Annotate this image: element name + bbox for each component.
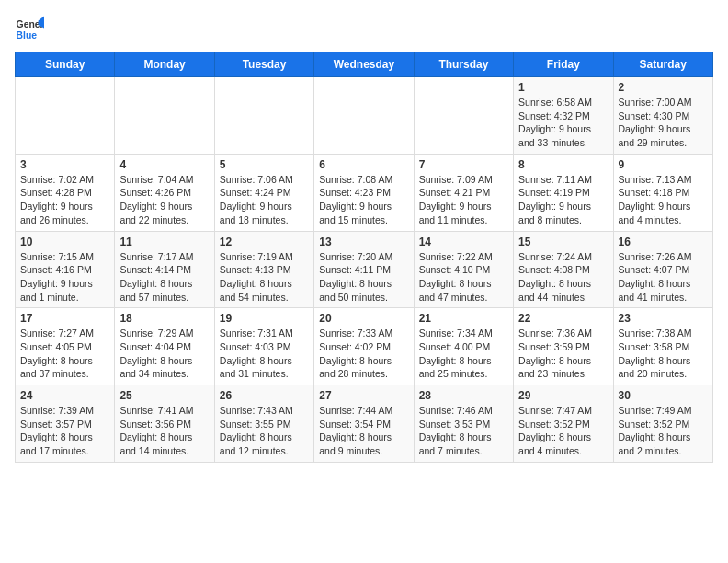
calendar-cell: 16Sunrise: 7:26 AMSunset: 4:07 PMDayligh… — [613, 231, 712, 308]
day-number: 26 — [220, 389, 309, 402]
day-info: Sunrise: 7:17 AMSunset: 4:14 PMDaylight:… — [119, 250, 209, 304]
day-info: Sunrise: 6:58 AMSunset: 4:32 PMDaylight:… — [518, 96, 608, 150]
calendar-week-row: 3Sunrise: 7:02 AMSunset: 4:28 PMDaylight… — [16, 154, 713, 231]
day-number: 28 — [419, 389, 508, 402]
calendar-cell: 24Sunrise: 7:39 AMSunset: 3:57 PMDayligh… — [16, 385, 115, 463]
day-info: Sunrise: 7:15 AMSunset: 4:16 PMDaylight:… — [20, 250, 109, 304]
calendar-cell: 28Sunrise: 7:46 AMSunset: 3:53 PMDayligh… — [414, 385, 513, 463]
logo-icon: General Blue — [15, 15, 44, 44]
svg-text:Blue: Blue — [17, 30, 38, 40]
calendar-cell: 23Sunrise: 7:38 AMSunset: 3:58 PMDayligh… — [613, 308, 712, 385]
day-info: Sunrise: 7:09 AMSunset: 4:21 PMDaylight:… — [419, 173, 508, 227]
calendar-cell: 13Sunrise: 7:20 AMSunset: 4:11 PMDayligh… — [314, 231, 414, 308]
day-number: 4 — [119, 158, 209, 171]
day-number: 16 — [619, 236, 708, 248]
day-number: 19 — [220, 312, 309, 325]
day-number: 20 — [319, 312, 408, 325]
calendar-table: SundayMondayTuesdayWednesdayThursdayFrid… — [15, 52, 713, 463]
day-number: 30 — [619, 389, 708, 402]
day-info: Sunrise: 7:22 AMSunset: 4:10 PMDaylight:… — [419, 250, 508, 304]
header: General Blue — [15, 15, 713, 44]
calendar-cell: 11Sunrise: 7:17 AMSunset: 4:14 PMDayligh… — [115, 231, 214, 308]
day-info: Sunrise: 7:49 AMSunset: 3:52 PMDaylight:… — [619, 404, 708, 458]
calendar-cell: 15Sunrise: 7:24 AMSunset: 4:08 PMDayligh… — [514, 231, 613, 308]
day-info: Sunrise: 7:36 AMSunset: 3:59 PMDaylight:… — [518, 327, 608, 381]
calendar-cell: 6Sunrise: 7:08 AMSunset: 4:23 PMDaylight… — [314, 154, 414, 231]
day-number: 21 — [419, 312, 508, 325]
calendar-cell — [214, 77, 313, 155]
day-info: Sunrise: 7:33 AMSunset: 4:02 PMDaylight:… — [319, 327, 408, 381]
day-number: 14 — [419, 236, 508, 248]
calendar-cell: 19Sunrise: 7:31 AMSunset: 4:03 PMDayligh… — [214, 308, 313, 385]
calendar-cell: 22Sunrise: 7:36 AMSunset: 3:59 PMDayligh… — [514, 308, 613, 385]
day-info: Sunrise: 7:44 AMSunset: 3:54 PMDaylight:… — [319, 404, 408, 458]
calendar-week-row: 10Sunrise: 7:15 AMSunset: 4:16 PMDayligh… — [16, 231, 713, 308]
calendar-cell: 10Sunrise: 7:15 AMSunset: 4:16 PMDayligh… — [16, 231, 115, 308]
calendar-cell: 3Sunrise: 7:02 AMSunset: 4:28 PMDaylight… — [16, 154, 115, 231]
calendar-week-row: 24Sunrise: 7:39 AMSunset: 3:57 PMDayligh… — [16, 385, 713, 463]
day-number: 1 — [518, 81, 608, 94]
day-number: 18 — [119, 312, 209, 325]
day-info: Sunrise: 7:27 AMSunset: 4:05 PMDaylight:… — [20, 327, 109, 381]
day-of-week-header: Friday — [514, 52, 613, 77]
day-number: 9 — [619, 158, 708, 171]
calendar-cell: 2Sunrise: 7:00 AMSunset: 4:30 PMDaylight… — [613, 77, 712, 155]
day-number: 27 — [319, 389, 408, 402]
day-number: 29 — [518, 389, 608, 402]
day-number: 3 — [20, 158, 109, 171]
day-number: 25 — [119, 389, 209, 402]
day-info: Sunrise: 7:26 AMSunset: 4:07 PMDaylight:… — [619, 250, 708, 304]
day-info: Sunrise: 7:13 AMSunset: 4:18 PMDaylight:… — [619, 173, 708, 227]
day-number: 6 — [319, 158, 408, 171]
day-number: 22 — [518, 312, 608, 325]
day-info: Sunrise: 7:47 AMSunset: 3:52 PMDaylight:… — [518, 404, 608, 458]
day-info: Sunrise: 7:38 AMSunset: 3:58 PMDaylight:… — [619, 327, 708, 381]
day-number: 5 — [220, 158, 309, 171]
day-info: Sunrise: 7:06 AMSunset: 4:24 PMDaylight:… — [220, 173, 309, 227]
day-info: Sunrise: 7:11 AMSunset: 4:19 PMDaylight:… — [518, 173, 608, 227]
calendar-cell: 29Sunrise: 7:47 AMSunset: 3:52 PMDayligh… — [514, 385, 613, 463]
calendar-cell: 9Sunrise: 7:13 AMSunset: 4:18 PMDaylight… — [613, 154, 712, 231]
calendar-cell — [314, 77, 414, 155]
day-info: Sunrise: 7:24 AMSunset: 4:08 PMDaylight:… — [518, 250, 608, 304]
day-info: Sunrise: 7:02 AMSunset: 4:28 PMDaylight:… — [20, 173, 109, 227]
calendar-cell — [414, 77, 513, 155]
calendar-cell: 4Sunrise: 7:04 AMSunset: 4:26 PMDaylight… — [115, 154, 214, 231]
day-of-week-header: Saturday — [613, 52, 712, 77]
day-info: Sunrise: 7:19 AMSunset: 4:13 PMDaylight:… — [220, 250, 309, 304]
calendar-week-row: 17Sunrise: 7:27 AMSunset: 4:05 PMDayligh… — [16, 308, 713, 385]
day-number: 8 — [518, 158, 608, 171]
calendar-cell: 30Sunrise: 7:49 AMSunset: 3:52 PMDayligh… — [613, 385, 712, 463]
calendar-cell: 5Sunrise: 7:06 AMSunset: 4:24 PMDaylight… — [214, 154, 313, 231]
day-of-week-header: Wednesday — [314, 52, 414, 77]
day-number: 12 — [220, 236, 309, 248]
day-number: 13 — [319, 236, 408, 248]
day-info: Sunrise: 7:00 AMSunset: 4:30 PMDaylight:… — [619, 96, 708, 150]
calendar-week-row: 1Sunrise: 6:58 AMSunset: 4:32 PMDaylight… — [16, 77, 713, 155]
calendar-cell — [115, 77, 214, 155]
calendar-cell: 12Sunrise: 7:19 AMSunset: 4:13 PMDayligh… — [214, 231, 313, 308]
logo: General Blue — [15, 15, 44, 44]
calendar-cell: 7Sunrise: 7:09 AMSunset: 4:21 PMDaylight… — [414, 154, 513, 231]
calendar-cell: 14Sunrise: 7:22 AMSunset: 4:10 PMDayligh… — [414, 231, 513, 308]
day-info: Sunrise: 7:43 AMSunset: 3:55 PMDaylight:… — [220, 404, 309, 458]
day-of-week-header: Monday — [115, 52, 214, 77]
calendar-cell: 18Sunrise: 7:29 AMSunset: 4:04 PMDayligh… — [115, 308, 214, 385]
day-of-week-header: Thursday — [414, 52, 513, 77]
day-info: Sunrise: 7:29 AMSunset: 4:04 PMDaylight:… — [119, 327, 209, 381]
calendar-cell: 25Sunrise: 7:41 AMSunset: 3:56 PMDayligh… — [115, 385, 214, 463]
day-number: 15 — [518, 236, 608, 248]
day-info: Sunrise: 7:08 AMSunset: 4:23 PMDaylight:… — [319, 173, 408, 227]
calendar-cell: 26Sunrise: 7:43 AMSunset: 3:55 PMDayligh… — [214, 385, 313, 463]
day-number: 7 — [419, 158, 508, 171]
day-info: Sunrise: 7:41 AMSunset: 3:56 PMDaylight:… — [119, 404, 209, 458]
day-info: Sunrise: 7:34 AMSunset: 4:00 PMDaylight:… — [419, 327, 508, 381]
calendar-cell: 17Sunrise: 7:27 AMSunset: 4:05 PMDayligh… — [16, 308, 115, 385]
day-info: Sunrise: 7:31 AMSunset: 4:03 PMDaylight:… — [220, 327, 309, 381]
calendar-cell: 21Sunrise: 7:34 AMSunset: 4:00 PMDayligh… — [414, 308, 513, 385]
day-of-week-header: Sunday — [16, 52, 115, 77]
day-number: 23 — [619, 312, 708, 325]
calendar-cell: 27Sunrise: 7:44 AMSunset: 3:54 PMDayligh… — [314, 385, 414, 463]
day-number: 10 — [20, 236, 109, 248]
day-number: 2 — [619, 81, 708, 94]
